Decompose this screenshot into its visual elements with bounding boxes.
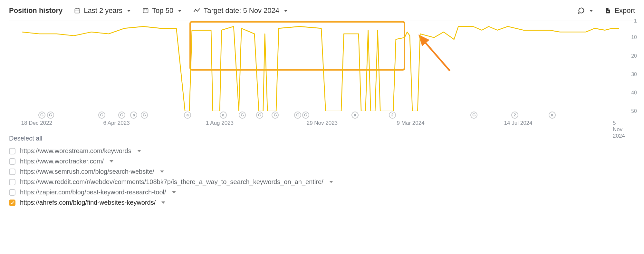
- comment-icon: [578, 7, 585, 14]
- export-label: Export: [614, 6, 635, 15]
- event-marker[interactable]: G: [98, 112, 105, 119]
- calendar-icon: [74, 7, 81, 14]
- x-tick: 5 Nov 2024: [613, 120, 625, 139]
- trend-icon: [193, 7, 200, 14]
- url-row: https://ahrefs.com/blog/find-websites-ke…: [9, 199, 635, 206]
- chevron-down-icon[interactable]: [329, 181, 333, 183]
- y-tick: 20: [631, 53, 637, 59]
- url-text[interactable]: https://www.wordtracker.com/: [20, 158, 104, 165]
- url-row: https://zapier.com/blog/best-keyword-res…: [9, 189, 635, 196]
- y-tick: 40: [631, 90, 637, 96]
- chevron-down-icon[interactable]: [160, 171, 164, 173]
- url-text[interactable]: https://www.wordstream.com/keywords: [20, 147, 131, 155]
- event-marker[interactable]: a: [351, 112, 359, 119]
- toolbar: Position history Last 2 years Top 50 Tar…: [9, 6, 635, 15]
- y-tick: 30: [631, 72, 637, 77]
- x-tick: 29 Nov 2023: [307, 120, 338, 126]
- url-row: https://www.wordstream.com/keywords: [9, 147, 635, 155]
- event-marker[interactable]: a: [184, 112, 191, 119]
- list-icon: [142, 7, 149, 14]
- download-icon: [605, 7, 611, 14]
- url-text[interactable]: https://ahrefs.com/blog/find-websites-ke…: [20, 199, 156, 206]
- chevron-down-icon[interactable]: [172, 191, 176, 193]
- url-checkbox[interactable]: [9, 148, 15, 154]
- url-row: https://www.wordtracker.com/: [9, 158, 635, 165]
- url-list: https://www.wordstream.com/keywordshttps…: [9, 147, 635, 206]
- event-marker[interactable]: G: [141, 112, 148, 119]
- url-text[interactable]: https://zapier.com/blog/best-keyword-res…: [20, 189, 166, 196]
- url-row: https://www.reddit.com/r/webdev/comments…: [9, 178, 635, 186]
- chevron-down-icon: [589, 10, 593, 12]
- x-tick: 14 Jul 2024: [504, 120, 533, 126]
- feedback-dropdown[interactable]: [578, 7, 593, 14]
- position-history-chart[interactable]: GGGGaGaaGGGGGa2G2a 18 Dec 20226 Apr 2023…: [9, 21, 635, 124]
- svg-rect-5: [144, 10, 145, 10]
- x-tick: 1 Aug 2023: [206, 120, 234, 126]
- url-text[interactable]: https://www.reddit.com/r/webdev/comments…: [20, 178, 323, 186]
- y-tick: 50: [631, 108, 637, 114]
- event-marker[interactable]: G: [470, 112, 477, 119]
- event-marker[interactable]: a: [130, 112, 137, 119]
- deselect-all-link[interactable]: Deselect all: [9, 135, 42, 142]
- export-button[interactable]: Export: [605, 6, 635, 15]
- top-n-label: Top 50: [152, 6, 173, 15]
- y-tick: 1: [634, 18, 637, 24]
- chevron-down-icon[interactable]: [161, 201, 165, 204]
- event-marker[interactable]: G: [47, 112, 54, 119]
- svg-rect-0: [75, 9, 80, 13]
- chevron-down-icon[interactable]: [137, 150, 141, 152]
- url-checkbox[interactable]: [9, 189, 15, 196]
- event-marker[interactable]: G: [302, 112, 309, 119]
- event-marker[interactable]: G: [239, 112, 246, 119]
- chevron-down-icon: [178, 10, 182, 12]
- event-marker[interactable]: 2: [511, 112, 518, 119]
- url-checkbox[interactable]: [9, 200, 15, 206]
- date-range-dropdown[interactable]: Last 2 years: [74, 6, 131, 15]
- url-checkbox[interactable]: [9, 169, 15, 175]
- page-title: Position history: [9, 6, 62, 15]
- event-marker[interactable]: G: [256, 112, 263, 119]
- y-tick: 10: [631, 34, 637, 40]
- x-tick: 6 Apr 2023: [103, 120, 130, 126]
- chevron-down-icon: [127, 10, 131, 12]
- event-marker[interactable]: a: [220, 112, 227, 119]
- svg-rect-7: [144, 11, 145, 11]
- svg-rect-6: [146, 10, 147, 10]
- chevron-down-icon[interactable]: [110, 160, 113, 162]
- url-checkbox[interactable]: [9, 158, 15, 165]
- event-marker[interactable]: G: [272, 112, 279, 119]
- event-marker[interactable]: 2: [389, 112, 396, 119]
- url-checkbox[interactable]: [9, 179, 15, 185]
- url-row: https://www.semrush.com/blog/search-webs…: [9, 168, 635, 175]
- x-tick: 18 Dec 2022: [21, 120, 52, 126]
- x-tick: 9 Mar 2024: [397, 120, 425, 126]
- top-n-dropdown[interactable]: Top 50: [142, 6, 182, 15]
- target-date-label: Target date: 5 Nov 2024: [204, 6, 279, 15]
- event-marker[interactable]: G: [38, 112, 45, 119]
- event-marker[interactable]: G: [294, 112, 301, 119]
- target-date-dropdown[interactable]: Target date: 5 Nov 2024: [193, 6, 288, 15]
- date-range-label: Last 2 years: [84, 6, 122, 15]
- url-text[interactable]: https://www.semrush.com/blog/search-webs…: [20, 168, 154, 175]
- event-marker[interactable]: G: [118, 112, 125, 119]
- event-marker[interactable]: a: [549, 112, 556, 119]
- series-line: [22, 26, 619, 111]
- svg-rect-8: [146, 11, 147, 11]
- chevron-down-icon: [284, 10, 288, 12]
